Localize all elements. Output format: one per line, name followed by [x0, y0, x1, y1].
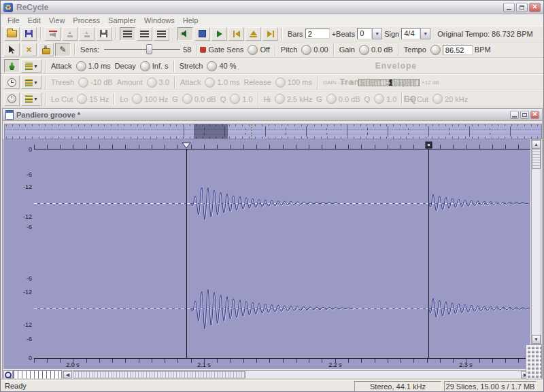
next-slice-icon: [267, 31, 274, 37]
svg-text:2.3 s: 2.3 s: [459, 361, 473, 368]
slices-icon: [25, 95, 33, 103]
menu-edit[interactable]: Edit: [24, 16, 45, 25]
play-slice-button[interactable]: [245, 27, 261, 41]
maximize-button[interactable]: [516, 3, 528, 12]
previous-slice-button[interactable]: [228, 27, 244, 41]
sens-label: Sens:: [80, 46, 99, 54]
document-title-bar[interactable]: Pandiero groove * ✕: [3, 109, 542, 121]
stop-button[interactable]: [194, 27, 210, 41]
lo-gain-knob[interactable]: [182, 94, 192, 104]
slider-thumb[interactable]: [146, 44, 152, 54]
menu-view[interactable]: View: [45, 16, 69, 25]
menu-help[interactable]: Help: [179, 16, 203, 25]
horizontal-scrollbar[interactable]: ◀ ▶: [63, 370, 530, 380]
lo-knob[interactable]: [132, 94, 142, 104]
waveform-editor[interactable]: 2.0 s2.1 s2.2 s2.3 s0-6-12-12-6-6-12-12-…: [3, 139, 530, 369]
slider-track: [104, 49, 180, 50]
original-tempo-label: Original Tempo: 86.732 BPM: [437, 30, 532, 38]
transient-attack-knob[interactable]: [205, 77, 215, 88]
menu-sampler[interactable]: Sampler: [104, 16, 140, 25]
tempo-knob[interactable]: [430, 45, 441, 55]
loop-overview-strip[interactable]: [4, 124, 542, 139]
view-mode-3-button[interactable]: [154, 27, 169, 41]
title-bar[interactable]: ♻ ReCycle ✕: [1, 1, 543, 14]
menu-file[interactable]: File: [3, 16, 24, 25]
mute-tool-button[interactable]: ✕: [21, 43, 37, 56]
beats-dropdown[interactable]: 0▼: [357, 28, 382, 39]
next-slice-button[interactable]: [262, 27, 278, 41]
transport-toolbar: ▲ ▲ Bars 2 +Beats 0▼ Sign 4/4▼ Original …: [1, 26, 543, 41]
vertical-scrollbar[interactable]: ▲ ▼: [531, 139, 541, 344]
bars-field[interactable]: 2: [305, 29, 330, 39]
horizontal-scroll-thumb[interactable]: [73, 371, 245, 378]
arrow-tool-button[interactable]: [4, 43, 20, 56]
decay-knob[interactable]: [140, 61, 150, 71]
view-mode-2-button[interactable]: [137, 27, 152, 41]
doc-close-button[interactable]: ✕: [530, 111, 539, 119]
transient-enable-button[interactable]: [4, 75, 20, 89]
close-icon: ✕: [532, 4, 538, 10]
scroll-up-button[interactable]: ▲: [532, 140, 541, 149]
view-mode-1-button[interactable]: [120, 27, 135, 41]
scroll-left-button[interactable]: ◀: [63, 371, 72, 378]
audio-format-panel: Stereo, 44.1 kHz: [354, 381, 441, 391]
tempo-field[interactable]: 86.52: [443, 45, 473, 55]
attack-label: Attack: [51, 62, 72, 70]
minimize-button[interactable]: [503, 3, 515, 12]
stretch-knob[interactable]: [207, 61, 217, 71]
lo-q-knob[interactable]: [230, 94, 240, 104]
pitch-knob[interactable]: [301, 45, 311, 55]
vertical-zoom-grid-widget[interactable]: [526, 344, 542, 379]
preview-toggle-button[interactable]: [45, 27, 61, 41]
locut-knob[interactable]: [77, 94, 87, 104]
hi-q-knob[interactable]: [374, 94, 384, 104]
receive-button[interactable]: ▲: [79, 27, 95, 41]
scroll-down-button[interactable]: ▼: [532, 335, 541, 344]
play-button[interactable]: [211, 27, 227, 41]
app-window: ♻ ReCycle ✕ File Edit View Process Sampl…: [0, 0, 544, 392]
transmit-button[interactable]: ▲: [62, 27, 78, 41]
open-button[interactable]: [4, 27, 20, 41]
bpm-label: BPM: [475, 46, 491, 54]
status-message: Ready: [5, 382, 27, 390]
amount-value: 3.0: [159, 78, 169, 86]
separator: [173, 28, 174, 39]
doc-maximize-button[interactable]: [520, 111, 529, 119]
amount-knob[interactable]: [147, 77, 157, 88]
chevron-down-icon[interactable]: ▼: [420, 28, 430, 39]
envelope-enable-button[interactable]: [4, 59, 20, 73]
eq-slice-assign-button[interactable]: ▾: [21, 92, 41, 106]
zoom-range-widget[interactable]: [13, 370, 62, 380]
sens-slider[interactable]: [104, 44, 180, 55]
menu-process[interactable]: Process: [69, 16, 104, 25]
export-button[interactable]: [96, 27, 112, 41]
magnifier-icon: [5, 372, 12, 378]
hi-knob[interactable]: [275, 94, 285, 104]
hicut-knob[interactable]: [432, 94, 443, 104]
menu-windows[interactable]: Windows: [140, 16, 179, 25]
lanes-icon: [123, 31, 132, 37]
separator: [45, 93, 46, 105]
eq-enable-button[interactable]: [4, 92, 20, 106]
hi-label: Hi: [264, 95, 271, 103]
svg-text:-12: -12: [23, 289, 32, 296]
thresh-knob[interactable]: [78, 77, 88, 88]
vertical-scroll-thumb[interactable]: [532, 149, 541, 169]
maximize-icon: [522, 113, 527, 117]
zoom-tool-button[interactable]: [3, 370, 13, 380]
hi-gain-knob[interactable]: [326, 94, 337, 104]
close-button[interactable]: ✕: [529, 3, 541, 12]
gate-sens-knob[interactable]: [248, 45, 258, 55]
pencil-tool-button[interactable]: ✎: [55, 43, 71, 56]
doc-minimize-button[interactable]: [510, 111, 519, 119]
save-button[interactable]: [21, 27, 37, 41]
transient-slice-assign-button[interactable]: ▾: [21, 75, 41, 89]
envelope-slice-assign-button[interactable]: ▾: [21, 59, 41, 73]
lock-tool-button[interactable]: [38, 43, 54, 56]
gain-knob[interactable]: [359, 45, 369, 55]
loop-playback-button[interactable]: [177, 27, 193, 41]
release-knob[interactable]: [275, 77, 286, 88]
attack-knob[interactable]: [76, 61, 86, 71]
sign-dropdown[interactable]: 4/4▼: [401, 28, 430, 39]
chevron-down-icon[interactable]: ▼: [372, 28, 382, 39]
